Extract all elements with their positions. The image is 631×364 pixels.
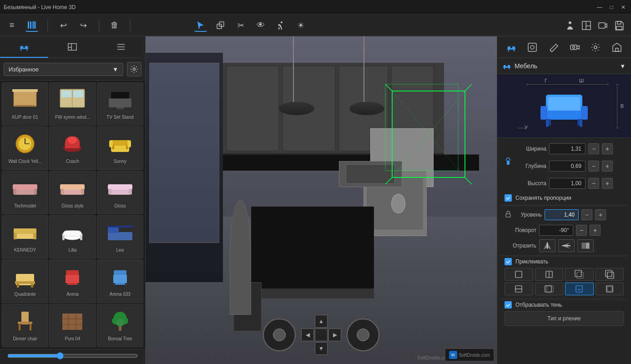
scissors-icon[interactable]: ✂ xyxy=(234,19,247,32)
svg-rect-112 xyxy=(508,50,509,51)
shadow-checkbox[interactable] xyxy=(505,301,512,308)
list-item[interactable]: FW symm wind... xyxy=(49,82,96,126)
select-tool-icon[interactable] xyxy=(194,19,207,32)
snap-btn-3[interactable] xyxy=(565,268,594,281)
walk-icon[interactable] xyxy=(274,19,287,32)
keep-proportions-checkbox[interactable] xyxy=(505,194,512,202)
reflect-horizontal-button[interactable] xyxy=(558,239,575,252)
snap-btn-2[interactable] xyxy=(535,268,564,281)
tab-room-props[interactable] xyxy=(610,40,624,55)
height-input[interactable] xyxy=(549,178,586,189)
maximize-button[interactable]: □ xyxy=(607,3,616,11)
nav-up-button[interactable]: ▲ xyxy=(315,315,328,328)
duplicate-icon[interactable] xyxy=(214,19,227,32)
item-label: TV Set Stand xyxy=(106,115,133,120)
section-label: Мебель xyxy=(515,62,616,70)
rotation-decrease-button[interactable]: − xyxy=(576,225,587,236)
nav-down-button[interactable]: ▼ xyxy=(315,342,328,355)
nav-rotate-joystick[interactable] xyxy=(347,318,379,351)
section-dropdown-icon[interactable]: ▼ xyxy=(620,63,626,70)
save-icon[interactable] xyxy=(613,19,626,32)
nav-left-button[interactable]: ◀ xyxy=(301,329,314,341)
list-item[interactable]: Quadrante xyxy=(2,259,48,303)
snap-btn-8[interactable] xyxy=(596,283,624,295)
settings-button[interactable] xyxy=(127,62,141,76)
height-increase-button[interactable]: + xyxy=(602,178,613,189)
level-increase-button[interactable]: + xyxy=(595,209,606,220)
undo-icon[interactable]: ↩ xyxy=(57,19,70,32)
floor-plan-icon[interactable] xyxy=(580,19,593,32)
list-item[interactable]: Bonsai Tree xyxy=(97,304,143,347)
list-item[interactable]: Wall Clock Yell... xyxy=(2,126,48,170)
list-item[interactable]: Lilia xyxy=(49,215,96,258)
svg-rect-81 xyxy=(113,275,127,283)
window-controls[interactable]: — □ ✕ xyxy=(596,3,627,11)
snap-btn-1[interactable] xyxy=(505,268,533,281)
list-item[interactable]: Puni 04 xyxy=(49,304,96,347)
svg-rect-159 xyxy=(545,286,551,292)
delete-icon[interactable]: 🗑 xyxy=(108,19,121,32)
level-input[interactable] xyxy=(545,209,579,220)
lighting-icon[interactable]: ☀ xyxy=(294,19,307,32)
floor-slider[interactable] xyxy=(7,352,138,359)
tab-camera-props[interactable] xyxy=(567,40,582,55)
minimize-button[interactable]: — xyxy=(596,3,604,11)
tab-list[interactable] xyxy=(97,36,145,58)
height-decrease-button[interactable]: − xyxy=(588,178,599,189)
snap-btn-7[interactable] xyxy=(565,283,594,295)
tab-edit-props[interactable] xyxy=(546,40,561,55)
snap-btn-4[interactable] xyxy=(596,268,624,281)
svg-rect-34 xyxy=(111,92,129,98)
close-button[interactable]: ✕ xyxy=(619,3,627,11)
list-item[interactable]: Techmodel xyxy=(2,171,48,214)
tab-furniture[interactable] xyxy=(0,36,48,58)
rotation-increase-button[interactable]: + xyxy=(590,225,601,236)
list-item[interactable]: KENNEDY xyxy=(2,215,48,258)
snap-btn-5[interactable] xyxy=(505,283,533,295)
center-3d-view[interactable]: ▲ ◀ ▶ ▼ SoftDroids.com W SoftD xyxy=(146,36,497,364)
list-item[interactable]: Arena xyxy=(49,259,96,303)
list-item[interactable]: KUP door 01 xyxy=(2,82,48,126)
tab-floorplan[interactable] xyxy=(48,36,96,58)
list-item[interactable]: TV Set Stand xyxy=(97,82,143,126)
depth-decrease-button[interactable]: − xyxy=(588,161,599,172)
width-increase-button[interactable]: + xyxy=(602,143,613,154)
snap-checkbox[interactable] xyxy=(505,258,512,265)
svg-rect-0 xyxy=(28,21,29,29)
tab-material-props[interactable] xyxy=(525,40,540,55)
reflect-both-button[interactable] xyxy=(577,239,594,252)
view-icon[interactable]: 👁 xyxy=(254,19,267,32)
list-item[interactable]: Dinner chair xyxy=(2,304,48,347)
rotation-input[interactable] xyxy=(539,225,573,236)
library-icon[interactable] xyxy=(25,19,38,32)
depth-increase-button[interactable]: + xyxy=(602,161,613,172)
svg-rect-57 xyxy=(108,184,132,190)
width-decrease-button[interactable]: − xyxy=(588,143,599,154)
svg-rect-69 xyxy=(108,227,119,233)
nav-joystick[interactable] xyxy=(263,318,296,351)
type-fill-button[interactable]: Тип и рление xyxy=(505,311,624,326)
reflect-vertical-button[interactable] xyxy=(539,239,555,252)
list-item[interactable]: Gloss style xyxy=(49,171,96,214)
list-item[interactable]: Gloss xyxy=(97,171,143,214)
level-decrease-button[interactable]: − xyxy=(581,209,592,220)
height-property: Высота − + xyxy=(515,178,624,189)
svg-rect-16 xyxy=(21,49,22,51)
list-item[interactable]: Arena 033 xyxy=(97,259,143,303)
nav-right-button[interactable]: ▶ xyxy=(328,329,341,341)
menu-icon[interactable]: ≡ xyxy=(5,19,18,32)
category-dropdown[interactable]: Избранное ▼ xyxy=(4,63,123,76)
item-thumbnail xyxy=(104,86,136,113)
item-label: Arena 033 xyxy=(110,292,131,297)
redo-icon[interactable]: ↪ xyxy=(77,19,90,32)
snap-btn-6[interactable] xyxy=(535,283,564,295)
depth-input[interactable] xyxy=(549,161,586,172)
tab-furniture-props[interactable] xyxy=(504,40,519,55)
list-item[interactable]: Coach xyxy=(49,126,96,170)
tab-light-props[interactable] xyxy=(588,40,603,55)
width-input[interactable] xyxy=(549,143,586,154)
list-item[interactable]: Sunny xyxy=(97,126,143,170)
list-item[interactable]: Lea xyxy=(97,215,143,258)
render-icon[interactable] xyxy=(596,19,609,32)
person-icon[interactable] xyxy=(564,19,576,32)
